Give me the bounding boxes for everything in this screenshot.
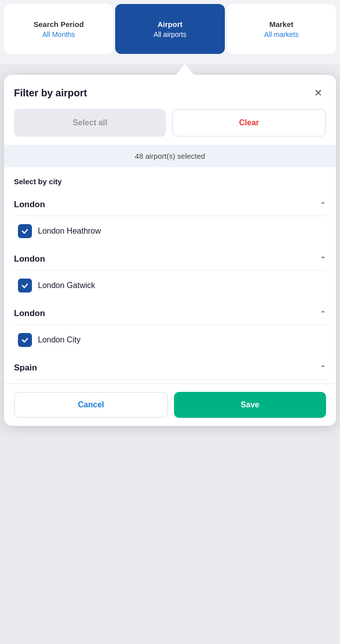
city-row-london-2[interactable]: London ⌃ [14, 246, 326, 271]
modal-header: Filter by airport ✕ [4, 75, 336, 109]
selected-count-banner: 48 airport(s) selected [4, 145, 336, 167]
tab-market-value: All markets [264, 30, 299, 38]
airport-name-gatwick: London Gatwick [38, 281, 95, 290]
tab-search-period-value: All Months [42, 30, 75, 38]
city-name-london-3: London [14, 309, 45, 319]
city-group-london-heathrow: London ⌃ London Heathrow [14, 192, 326, 246]
airport-name-heathrow: London Heathrow [38, 227, 101, 236]
tab-airport-value: All airports [154, 30, 186, 38]
tab-market[interactable]: Market All markets [227, 4, 336, 54]
city-group-london-gatwick: London ⌃ London Gatwick [14, 246, 326, 301]
clear-button[interactable]: Clear [172, 109, 326, 137]
checkbox-london-city[interactable] [18, 333, 32, 347]
tab-airport-label: Airport [158, 20, 182, 28]
tab-search-period[interactable]: Search Period All Months [4, 4, 113, 54]
modal-pointer [176, 64, 194, 75]
city-name-spain: Spain [14, 363, 37, 373]
city-row-london-1[interactable]: London ⌃ [14, 192, 326, 216]
chevron-up-icon-london-3: ⌃ [320, 310, 326, 318]
section-label: Select by city [14, 177, 326, 186]
modal-wrapper: Filter by airport ✕ Select all Clear 48 … [4, 64, 336, 426]
chevron-up-icon-london-1: ⌃ [320, 201, 326, 209]
select-all-button[interactable]: Select all [14, 109, 166, 137]
tab-search-period-label: Search Period [33, 20, 84, 28]
tab-market-label: Market [269, 20, 293, 28]
chevron-up-icon-spain: ⌃ [320, 364, 326, 372]
city-row-spain[interactable]: Spain ⌃ [14, 355, 326, 379]
modal-title: Filter by airport [14, 87, 87, 99]
city-group-spain: Spain ⌃ [14, 355, 326, 383]
filter-section: Select by city [4, 167, 336, 186]
city-row-london-3[interactable]: London ⌃ [14, 301, 326, 325]
airport-item-london-city[interactable]: London City [14, 325, 326, 355]
airport-item-gatwick[interactable]: London Gatwick [14, 271, 326, 301]
city-group-london-city: London ⌃ London City [14, 301, 326, 355]
airport-item-heathrow[interactable]: London Heathrow [14, 216, 326, 246]
checkbox-heathrow[interactable] [18, 224, 32, 238]
checkbox-gatwick[interactable] [18, 279, 32, 293]
filter-modal: Filter by airport ✕ Select all Clear 48 … [4, 75, 336, 426]
save-button[interactable]: Save [174, 392, 326, 418]
tab-bar: Search Period All Months Airport All air… [0, 0, 340, 64]
city-name-london-2: London [14, 254, 45, 264]
close-button[interactable]: ✕ [310, 85, 326, 101]
modal-footer: Cancel Save [4, 383, 336, 426]
tab-airport[interactable]: Airport All airports [115, 4, 224, 54]
chevron-up-icon-london-2: ⌃ [320, 255, 326, 263]
selected-count-text: 48 airport(s) selected [135, 152, 205, 160]
airport-name-london-city: London City [38, 335, 80, 344]
city-name-london-1: London [14, 200, 45, 210]
airport-list: London ⌃ London Heathrow London ⌃ [4, 192, 336, 383]
cancel-button[interactable]: Cancel [14, 392, 168, 418]
action-row: Select all Clear [4, 109, 336, 145]
